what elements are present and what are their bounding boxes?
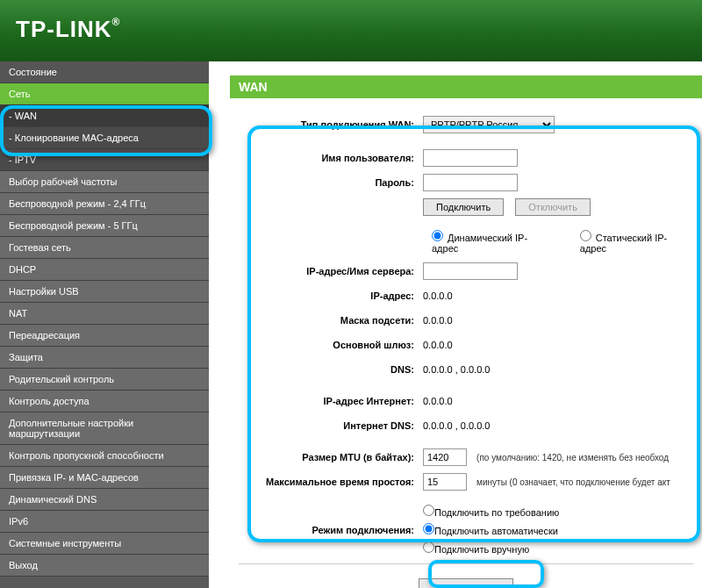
mask-label: Маска подсети: [239,315,423,326]
mode-demand-radio[interactable]: Подключить по требованию [423,505,693,518]
dns-value: 0.0.0.0 , 0.0.0.0 [423,364,693,375]
sidebar-item-4[interactable]: - IPTV [0,149,209,171]
idle-note: минуты (0 означает, что подключение буде… [476,477,670,487]
password-input[interactable] [423,174,518,191]
connect-button[interactable]: Подключить [423,198,504,216]
mtu-note: (по умолчанию: 1420, не изменять без нео… [476,453,669,463]
brand-header: TP-LINK® [0,0,702,61]
wan-type-label: Тип подключения WAN: [239,119,423,130]
save-button[interactable]: Сохранить [419,578,514,588]
sidebar-item-7[interactable]: Беспроводной режим - 5 ГГц [0,215,209,237]
mtu-label: Размер MTU (в байтах): [239,452,423,463]
inet-dns-label: Интернет DNS: [239,420,423,431]
sidebar-item-17[interactable]: Контроль пропускной способности [0,445,209,467]
sidebar-item-8[interactable]: Гостевая сеть [0,237,209,259]
sidebar-item-2[interactable]: - WAN [0,105,209,127]
dynamic-ip-radio[interactable]: Динамический IP-адрес [432,230,554,254]
sidebar-item-13[interactable]: Защита [0,347,209,369]
sidebar-item-21[interactable]: Системные инструменты [0,533,209,555]
sidebar-item-16[interactable]: Дополнительные настройки маршрутизации [0,412,209,445]
sidebar-item-20[interactable]: IPv6 [0,511,209,533]
password-label: Пароль: [239,177,423,188]
idle-label: Максимальное время простоя: [239,477,423,487]
mtu-input[interactable] [423,448,467,466]
inet-ip-value: 0.0.0.0 [423,396,693,406]
disconnect-button[interactable]: Отключить [515,198,591,216]
sidebar-item-0[interactable]: Состояние [0,61,209,83]
dns-label: DNS: [239,364,423,375]
username-label: Имя пользователя: [239,153,423,163]
mask-value: 0.0.0.0 [423,315,693,326]
mode-manual-radio[interactable]: Подключить вручную [423,541,693,555]
sidebar-item-10[interactable]: Настройки USB [0,281,209,303]
mode-label: Режим подключения: [239,525,423,535]
ip-value: 0.0.0.0 [423,290,693,301]
sidebar-item-19[interactable]: Динамический DNS [0,489,209,511]
gateway-label: Основной шлюз: [239,340,423,350]
sidebar-item-18[interactable]: Привязка IP- и MAC-адресов [0,467,209,489]
gateway-value: 0.0.0.0 [423,340,693,350]
sidebar-item-6[interactable]: Беспроводной режим - 2,4 ГГц [0,193,209,215]
server-ip-label: IP-адрес/Имя сервера: [239,266,423,276]
server-ip-input[interactable] [423,262,518,280]
mode-auto-radio[interactable]: Подключить автоматически [423,523,693,536]
inet-dns-value: 0.0.0.0 , 0.0.0.0 [423,420,693,431]
sidebar-item-9[interactable]: DHCP [0,259,209,281]
static-ip-radio[interactable]: Статический IP-адрес [580,230,693,254]
wan-form: Тип подключения WAN: PPTP/PPTP Россия Им… [230,98,702,588]
brand-logo: TP-LINK [16,16,112,42]
sidebar-item-3[interactable]: - Клонирование MAC-адреса [0,127,209,149]
sidebar-item-1[interactable]: Сеть [0,83,209,105]
wan-type-select[interactable]: PPTP/PPTP Россия [423,116,555,133]
idle-input[interactable] [423,473,467,491]
sidebar-item-22[interactable]: Выход [0,555,209,577]
sidebar: СостояниеСеть- WAN- Клонирование MAC-адр… [0,61,209,588]
sidebar-item-12[interactable]: Переадресация [0,325,209,347]
sidebar-item-11[interactable]: NAT [0,303,209,325]
sidebar-item-15[interactable]: Контроль доступа [0,391,209,412]
content-area: WAN Тип подключения WAN: PPTP/PPTP Росси… [209,61,702,588]
page-title: WAN [230,75,702,98]
sidebar-item-5[interactable]: Выбор рабочей частоты [0,171,209,193]
sidebar-item-14[interactable]: Родительский контроль [0,369,209,391]
ip-label: IP-адрес: [239,290,423,301]
username-input[interactable] [423,149,518,167]
inet-ip-label: IP-адрес Интернет: [239,396,423,406]
